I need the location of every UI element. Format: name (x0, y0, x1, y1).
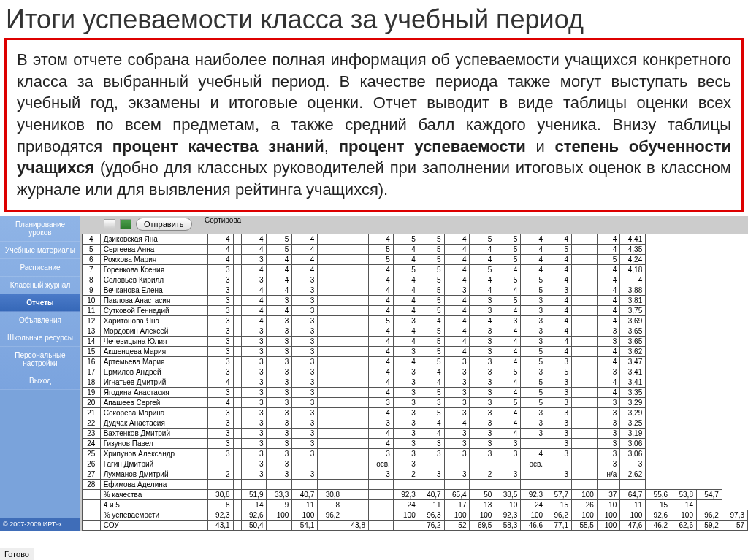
grade-cell (571, 244, 597, 254)
lower-pane: Планирование уроков Учебные материалы Ра… (0, 216, 748, 531)
grade-cell (233, 295, 241, 305)
grade-cell: 3 (241, 407, 267, 418)
grade-cell (343, 387, 369, 397)
grade-cell: 4 (393, 254, 419, 264)
grade-cell (571, 377, 597, 387)
student-name: Ермилов Андрей (100, 367, 207, 377)
grade-cell: 3 (393, 387, 419, 397)
grade-cell: 3 (546, 356, 572, 367)
sidebar-item-exit[interactable]: Выход (0, 372, 80, 390)
send-button[interactable]: Отправить (136, 218, 192, 231)
grade-cell: 3 (470, 397, 495, 407)
grade-cell (571, 254, 597, 264)
grade-cell: 4 (470, 285, 495, 295)
table-row: 8Соловьев Кирилл33434454455444 (83, 275, 748, 285)
grade-cell: 4 (521, 244, 546, 254)
grade-cell: 4 (470, 275, 495, 285)
grade-cell: 4 (444, 346, 470, 356)
grade-cell: 4 (495, 377, 521, 387)
summary-cell: 8 (318, 499, 343, 510)
grade-cell: 4 (521, 264, 546, 275)
grade-cell (318, 367, 343, 377)
grade-cell: 4 (368, 367, 393, 377)
grade-cell: 5 (368, 254, 393, 264)
row-index: 14 (83, 336, 101, 346)
grade-cell: 3 (470, 377, 495, 387)
sidebar-item-resources[interactable]: Школьные ресурсы (0, 329, 80, 347)
grade-cell: 3 (495, 469, 521, 479)
grade-cell (233, 244, 241, 254)
grade-cell: 3 (393, 346, 419, 356)
grade-cell: 3 (444, 285, 470, 295)
grade-cell: 5 (521, 346, 546, 356)
grade-cell: 3 (292, 275, 318, 285)
student-name: Чечевицына Юлия (100, 336, 207, 346)
student-name: Ефимова Аделина (100, 479, 207, 489)
sidebar-item-planning[interactable]: Планирование уроков (0, 216, 80, 242)
grade-cell: 4 (495, 305, 521, 315)
sidebar-item-settings[interactable]: Персональные настройки (0, 347, 80, 372)
grade-cell: 5 (368, 244, 393, 254)
grade-cell: 3,62 (620, 346, 646, 356)
summary-cell: 100 (292, 510, 318, 520)
sidebar-item-announcements[interactable]: Объявления (0, 312, 80, 329)
grade-cell: 5 (495, 244, 521, 254)
student-name: Сокорева Марина (100, 407, 207, 418)
grade-cell (233, 407, 241, 418)
row-index: 6 (83, 254, 101, 264)
summary-cell: 43,8 (343, 520, 369, 530)
grade-cell: 3 (470, 407, 495, 418)
table-row: 20Апашеев Сергей43333333355333,29 (83, 397, 748, 407)
sidebar-item-schedule[interactable]: Расписание (0, 259, 80, 277)
grade-cell (318, 336, 343, 346)
grade-cell: 3 (207, 448, 233, 459)
grade-cell (343, 264, 369, 275)
grade-cell: 4 (597, 356, 619, 367)
grade-cell: 3 (241, 275, 267, 285)
summary-cell: 100 (521, 510, 546, 520)
summary-cell (393, 520, 419, 530)
row-index: 27 (83, 469, 101, 479)
grade-cell: 5 (419, 407, 444, 418)
sidebar-item-reports[interactable]: Отчеты (0, 294, 80, 312)
row-index: 8 (83, 275, 101, 285)
print-icon[interactable] (104, 219, 115, 229)
grade-cell (318, 428, 343, 438)
summary-cell: 92,6 (241, 510, 267, 520)
table-row: 26Гагин Дмитрий33осв.3осв.33 (83, 459, 748, 469)
grade-cell: 3 (444, 397, 470, 407)
sidebar-item-journal[interactable]: Классный журнал (0, 277, 80, 294)
grade-cell: 3,29 (620, 407, 646, 418)
table-row: 25Хрипунов Александр33333333334333,06 (83, 448, 748, 459)
grade-cell: 4 (495, 418, 521, 428)
grade-cell: 5 (546, 244, 572, 254)
row-index: 28 (83, 479, 101, 489)
summary-cell: 57,7 (546, 489, 572, 499)
sidebar-item-materials[interactable]: Учебные материалы (0, 242, 80, 259)
grade-cell: 3 (444, 407, 470, 418)
summary-cell: 40,7 (419, 489, 444, 499)
grade-cell (233, 254, 241, 264)
grade-cell: 3 (521, 315, 546, 326)
table-row: 10Павлова Анастасия34334454353443,81 (83, 295, 748, 305)
grade-cell: 4 (292, 254, 318, 264)
grade-cell (233, 275, 241, 285)
excel-icon[interactable] (120, 219, 131, 229)
grade-cell: 3 (241, 367, 267, 377)
grade-cell: 2 (207, 469, 233, 479)
row-index: 23 (83, 428, 101, 438)
grade-cell (343, 285, 369, 295)
grade-cell: 5 (419, 254, 444, 264)
grade-cell: 3 (521, 367, 546, 377)
grade-cell: 4 (495, 264, 521, 275)
summary-blank (83, 520, 101, 530)
grade-cell: 5 (393, 264, 419, 275)
grade-cell (343, 418, 369, 428)
grade-cell: 4 (546, 295, 572, 305)
grade-cell: 4 (368, 275, 393, 285)
table-row: 15Акшенцева Мария33334354345443,62 (83, 346, 748, 356)
grade-cell: 4 (521, 254, 546, 264)
grade-cell: 4 (546, 315, 572, 326)
grade-cell (343, 367, 369, 377)
grade-cell: 3 (267, 315, 292, 326)
